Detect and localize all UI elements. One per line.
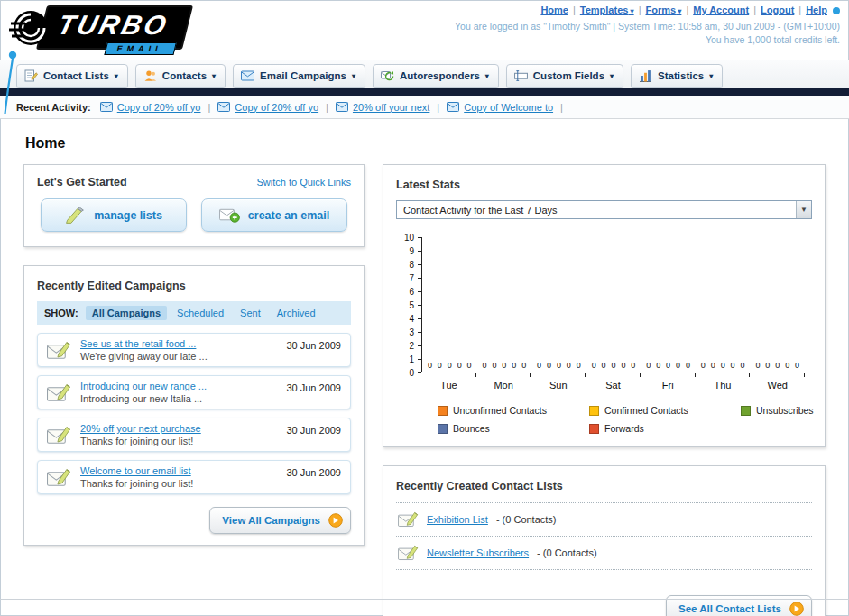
tab-label: Email Campaigns <box>260 70 346 81</box>
recent-activity-link[interactable]: Copy of 20% off yo <box>235 102 318 113</box>
campaign-row[interactable]: 20% off your next purchaseThanks for joi… <box>37 418 351 452</box>
tab-contacts[interactable]: Contacts▾ <box>135 64 226 88</box>
campaign-text: Introducing our new range ...Introducing… <box>80 381 277 404</box>
y-axis-label: 10 <box>404 234 414 243</box>
envelope-pencil-icon <box>47 426 71 445</box>
legend-item: Forwards <box>589 423 741 434</box>
campaign-row[interactable]: Introducing our new range ...Introducing… <box>37 375 351 409</box>
filter-sent[interactable]: Sent <box>234 306 267 320</box>
envelope-pencil-icon <box>47 383 71 402</box>
top-link-help[interactable]: Help <box>806 5 827 15</box>
filter-all-campaigns[interactable]: All Campaigns <box>86 306 167 320</box>
contact-list-row[interactable]: Newsletter Subscribers- (0 Contacts) <box>396 537 812 570</box>
contact-list-link[interactable]: Exhibition List <box>427 514 488 525</box>
campaign-row[interactable]: Welcome to our email listThanks for join… <box>37 460 351 494</box>
campaign-title-link[interactable]: See us at the retail food ... <box>80 338 277 349</box>
y-axis-label: 6 <box>409 288 414 297</box>
chevron-down-icon: ▾ <box>628 7 633 15</box>
recent-activity-link[interactable]: Copy of Welcome to <box>464 102 553 113</box>
chart-value: 0 <box>711 362 715 370</box>
chart-value: 0 <box>467 362 472 370</box>
login-info: You are logged in as "Timothy Smith" | S… <box>455 21 840 32</box>
link-separator: | <box>798 5 801 15</box>
chart-value: 0 <box>428 362 432 370</box>
tab-custom-fields[interactable]: Custom Fields▾ <box>506 64 623 88</box>
switch-to-quick-links-link[interactable]: Switch to Quick Links <box>256 177 351 188</box>
campaign-title-link[interactable]: 20% off your next purchase <box>80 423 277 434</box>
manage-lists-button[interactable]: manage lists <box>41 198 187 232</box>
y-axis-label: 5 <box>409 301 414 310</box>
app-logo: TURBO EMAIL <box>9 5 188 50</box>
show-label: SHOW: <box>44 308 78 318</box>
tab-label: Custom Fields <box>533 70 604 81</box>
envelope-pencil-icon <box>47 468 71 487</box>
chart-value-group: 00000 <box>531 362 586 370</box>
contact-list-link[interactable]: Newsletter Subscribers <box>427 547 529 558</box>
activity-separator: | <box>437 102 439 113</box>
logo-banner: TURBO EMAIL <box>36 5 193 50</box>
create-an-email-label: create an email <box>248 209 329 222</box>
filter-archived[interactable]: Archived <box>271 306 322 320</box>
top-link-forms[interactable]: Forms ▾ <box>646 5 682 15</box>
tab-email-campaigns[interactable]: Email Campaigns▾ <box>233 64 365 88</box>
create-an-email-button[interactable]: create an email <box>201 198 347 232</box>
filter-scheduled[interactable]: Scheduled <box>171 306 230 320</box>
chart-value: 0 <box>512 362 516 370</box>
contact-list-row[interactable]: Exhibition List- (0 Contacts) <box>396 503 812 537</box>
chevron-down-icon: ▼ <box>796 201 811 218</box>
campaign-subtitle: Introducing our new Italia ... <box>80 393 277 404</box>
tab-statistics[interactable]: Statistics▾ <box>631 64 723 88</box>
tab-label: Contact Lists <box>43 70 109 81</box>
tab-contact-lists[interactable]: Contact Lists▾ <box>16 64 128 88</box>
activity-separator: | <box>326 102 328 113</box>
contacts-icon <box>143 69 157 82</box>
recent-activity-item[interactable]: Copy of Welcome to <box>447 102 553 113</box>
chart-value: 0 <box>521 362 526 370</box>
stats-period-value: Contact Activity for the Last 7 Days <box>403 205 558 216</box>
y-axis-label: 4 <box>409 315 414 324</box>
chart-value: 0 <box>621 362 625 370</box>
y-axis-label: 7 <box>409 274 414 283</box>
recent-activity-item[interactable]: 20% off your next <box>336 102 429 113</box>
get-started-title: Let's Get Started <box>37 176 127 188</box>
recent-activity-link[interactable]: 20% off your next <box>353 102 429 113</box>
latest-stats-title: Latest Stats <box>396 179 460 191</box>
chart-value-group: 00000 <box>696 362 751 370</box>
campaign-text: 20% off your next purchaseThanks for joi… <box>80 423 277 446</box>
legend-swatch <box>589 424 599 434</box>
link-separator: | <box>639 5 641 15</box>
logo-swoosh-icon <box>4 51 20 115</box>
x-axis-label: Fri <box>641 377 696 391</box>
x-axis-label: Wed <box>750 377 805 391</box>
pencil-icon <box>65 207 86 224</box>
campaign-date: 30 Jun 2009 <box>286 465 341 478</box>
chart-value: 0 <box>701 362 706 370</box>
contact-list-count: - (0 Contacts) <box>496 514 557 525</box>
view-all-campaigns-button[interactable]: View All Campaigns <box>209 507 351 534</box>
page: TURBO EMAIL Home|Templates ▾|Forms ▾|My … <box>0 0 849 616</box>
envelope-pencil-icon <box>398 545 419 561</box>
campaign-subtitle: Thanks for joining our list! <box>80 478 277 489</box>
top-link-templates[interactable]: Templates ▾ <box>580 5 634 15</box>
recent-activity-item[interactable]: Copy of 20% off yo <box>100 102 201 113</box>
campaign-title-link[interactable]: Introducing our new range ... <box>80 381 277 391</box>
campaign-row[interactable]: See us at the retail food ...We're givin… <box>37 333 351 367</box>
campaign-text: See us at the retail food ...We're givin… <box>80 338 277 362</box>
chart-value: 0 <box>646 362 651 370</box>
stats-period-select[interactable]: Contact Activity for the Last 7 Days ▼ <box>396 200 812 219</box>
nav-divider-bar <box>0 88 849 96</box>
chart-value: 0 <box>577 362 581 370</box>
recent-activity-item[interactable]: Copy of 20% off yo <box>217 102 318 113</box>
legend-item: Unconfirmed Contacts <box>438 405 589 416</box>
chevron-down-icon: ▾ <box>352 72 355 80</box>
x-axis-label: Mon <box>476 377 531 391</box>
top-link-my-account[interactable]: My Account <box>693 5 749 15</box>
campaign-subtitle: Thanks for joining our list! <box>80 436 277 446</box>
recent-activity-link[interactable]: Copy of 20% off yo <box>117 102 201 113</box>
top-link-home[interactable]: Home <box>540 5 568 15</box>
y-axis-label: 0 <box>409 369 414 378</box>
campaign-title-link[interactable]: Welcome to our email list <box>80 465 277 476</box>
tab-autoresponders[interactable]: Autoresponders▾ <box>373 64 499 88</box>
chart-value: 0 <box>482 362 486 370</box>
top-link-logout[interactable]: Logout <box>761 5 794 15</box>
